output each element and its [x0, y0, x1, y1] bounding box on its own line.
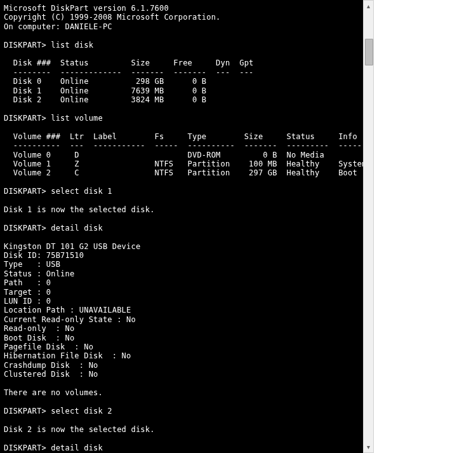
command: select disk 1: [51, 187, 112, 196]
header-line: Copyright (C) 1999-2008 Microsoft Corpor…: [4, 13, 221, 22]
command: select disk 2: [51, 407, 112, 416]
prompt: DISKPART>: [4, 114, 46, 123]
detail-title: Kingston DT 101 G2 USB Device: [4, 242, 140, 251]
disk-row: Disk 2 Online 3824 MB 0 B: [4, 95, 206, 104]
right-blank-area: [363, 0, 476, 453]
console-output: Microsoft DiskPart version 6.1.7600 Copy…: [0, 0, 363, 453]
command: detail disk: [51, 224, 103, 233]
detail-line: Pagefile Disk : No: [4, 342, 93, 351]
vol-table-sep: ---------- --- ----------- ----- -------…: [4, 141, 363, 150]
prompt: DISKPART>: [4, 407, 46, 416]
detail-line: Status : Online: [4, 269, 74, 278]
detail-line: Type : USB: [4, 260, 60, 269]
vertical-scrollbar[interactable]: ▴ ▾: [363, 0, 374, 453]
prompt: DISKPART>: [4, 224, 46, 233]
detail-line: Target : 0: [4, 288, 51, 297]
detail-line: LUN ID : 0: [4, 297, 51, 306]
disk-row: Disk 1 Online 7639 MB 0 B: [4, 86, 206, 95]
header-line: Microsoft DiskPart version 6.1.7600: [4, 4, 169, 13]
detail-line: Boot Disk : No: [4, 334, 74, 342]
prompt: DISKPART>: [4, 187, 46, 196]
vol-row: Volume 1 Z NTFS Partition 100 MB Healthy…: [4, 159, 363, 168]
header-line: On computer: DANIELE-PC: [4, 22, 112, 31]
message: Disk 1 is now the selected disk.: [4, 205, 155, 214]
disk-table-sep: -------- ------------- ------- ------- -…: [4, 68, 254, 77]
detail-line: Hibernation File Disk : No: [4, 351, 131, 360]
vol-row: Volume 0 D DVD-ROM 0 B No Media: [4, 151, 324, 159]
disk-row: Disk 0 Online 298 GB 0 B: [4, 77, 206, 86]
scroll-down-arrow-icon[interactable]: ▾: [364, 442, 373, 452]
detail-line: Read-only : No: [4, 324, 74, 333]
detail-line: Location Path : UNAVAILABLE: [4, 306, 131, 314]
message: Disk 2 is now the selected disk.: [4, 425, 155, 434]
command: list disk: [51, 41, 93, 50]
detail-line: Disk ID: 75B71510: [4, 251, 84, 260]
command: list volume: [51, 114, 103, 123]
detail-line: Clustered Disk : No: [4, 370, 98, 379]
detail-line: Current Read-only State : No: [4, 315, 136, 324]
prompt: DISKPART>: [4, 41, 46, 50]
detail-line: Path : 0: [4, 278, 51, 287]
disk-table-header: Disk ### Status Size Free Dyn Gpt: [4, 58, 254, 67]
scroll-thumb[interactable]: [365, 39, 373, 65]
vol-row: Volume 2 C NTFS Partition 297 GB Healthy…: [4, 168, 357, 177]
scroll-up-arrow-icon[interactable]: ▴: [364, 1, 373, 11]
prompt: DISKPART>: [4, 443, 46, 452]
window: Microsoft DiskPart version 6.1.7600 Copy…: [0, 0, 476, 453]
vol-table-header: Volume ### Ltr Label Fs Type Size Status…: [4, 132, 357, 141]
detail-line: Crashdump Disk : No: [4, 361, 98, 370]
message: There are no volumes.: [4, 388, 103, 397]
command: detail disk: [51, 443, 103, 452]
